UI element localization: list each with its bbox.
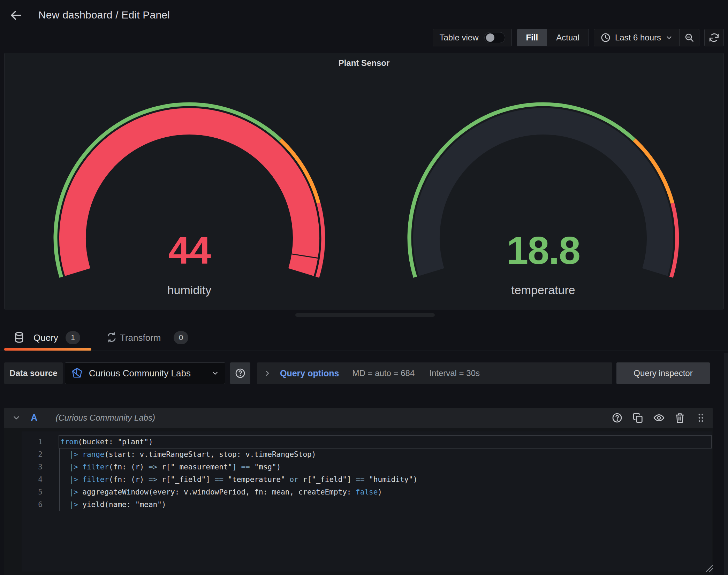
scrollbar[interactable] <box>725 353 728 575</box>
eye-icon[interactable] <box>653 412 665 423</box>
toggle-knob <box>486 33 494 42</box>
trash-icon[interactable] <box>674 412 685 423</box>
duplicate-icon[interactable] <box>632 412 644 423</box>
gauge-humidity: 44 humidity <box>53 99 325 308</box>
fill-mode-button[interactable]: Fill <box>517 29 547 46</box>
zoom-out-icon <box>684 32 695 43</box>
gauge-label: humidity <box>53 283 325 297</box>
question-circle-icon <box>235 368 246 379</box>
editor-resize-grip[interactable] <box>704 562 714 573</box>
datasource-logo-icon <box>71 367 83 380</box>
code-lines[interactable]: from(bucket: "plant") |> range(start: v.… <box>60 436 417 511</box>
gauge-value: 44 <box>53 229 325 272</box>
page-title: New dashboard / Edit Panel <box>38 9 170 21</box>
query-datasource-hint: (Curious Community Labs) <box>56 413 155 423</box>
datasource-label: Data source <box>4 362 63 384</box>
database-icon <box>13 331 25 345</box>
panel-title: Plant Sensor <box>5 58 723 68</box>
active-tab-underline <box>4 348 91 351</box>
table-view-label: Table view <box>439 33 478 43</box>
display-mode-group: Fill Actual <box>517 29 589 46</box>
query-options-toggle[interactable]: Query options <box>280 368 339 378</box>
max-data-points: MD = auto = 684 <box>352 368 415 378</box>
table-view-group: Table view <box>433 29 511 46</box>
interval: Interval = 30s <box>429 368 480 378</box>
arrow-left-icon <box>8 8 24 23</box>
time-picker-group: Last 6 hours <box>594 29 699 46</box>
grafana-edit-panel: New dashboard / Edit Panel Table view Fi… <box>0 0 728 575</box>
datasource-row: Data source Curious Community Labs Query <box>0 362 728 384</box>
datasource-name: Curious Community Labs <box>89 368 205 379</box>
query-inspector-button[interactable]: Query inspector <box>616 362 710 384</box>
collapse-chevron-icon[interactable] <box>12 413 21 422</box>
time-range-value: Last 6 hours <box>615 33 661 43</box>
editor-tabs: Query 1 Transform 0 <box>0 324 728 351</box>
transform-icon <box>106 332 117 344</box>
tab-transform[interactable]: Transform <box>120 332 161 343</box>
indent-guide <box>59 449 60 511</box>
query-count-badge: 1 <box>66 331 80 344</box>
gauge-value: 18.8 <box>407 229 679 272</box>
zoom-out-time-button[interactable] <box>680 29 699 46</box>
time-range-picker[interactable]: Last 6 hours <box>594 29 679 46</box>
chevron-right-icon[interactable] <box>263 369 272 377</box>
query-options-strip: Query options MD = auto = 684 Interval =… <box>257 362 612 384</box>
query-actions <box>612 412 706 423</box>
gauge-temperature: 18.8 temperature <box>407 99 679 308</box>
transform-count-badge: 0 <box>174 331 188 344</box>
drag-grip-icon[interactable] <box>695 412 706 423</box>
line-numbers: 123456 <box>22 436 43 511</box>
clock-icon <box>600 32 611 43</box>
datasource-help-button[interactable] <box>230 362 250 384</box>
table-view-toggle[interactable] <box>484 32 505 43</box>
refresh-button[interactable] <box>704 29 724 46</box>
chevron-down-icon <box>211 369 219 377</box>
panel-toolbar: Table view Fill Actual Last 6 hours <box>433 29 724 46</box>
back-button[interactable] <box>8 8 24 23</box>
gauge-label: temperature <box>407 283 679 297</box>
query-row-header[interactable]: A (Curious Community Labs) <box>4 408 713 428</box>
refresh-icon <box>709 32 719 43</box>
datasource-picker[interactable]: Curious Community Labs <box>65 362 225 384</box>
query-ref-id: A <box>31 413 38 423</box>
tab-query[interactable]: Query <box>33 332 58 343</box>
actual-mode-button[interactable]: Actual <box>547 29 589 46</box>
chevron-down-icon <box>665 34 673 41</box>
panel-resize-handle[interactable] <box>295 313 435 317</box>
help-icon[interactable] <box>612 412 623 423</box>
panel: Plant Sensor 44 humidity 18.8 temperatur… <box>4 53 724 309</box>
